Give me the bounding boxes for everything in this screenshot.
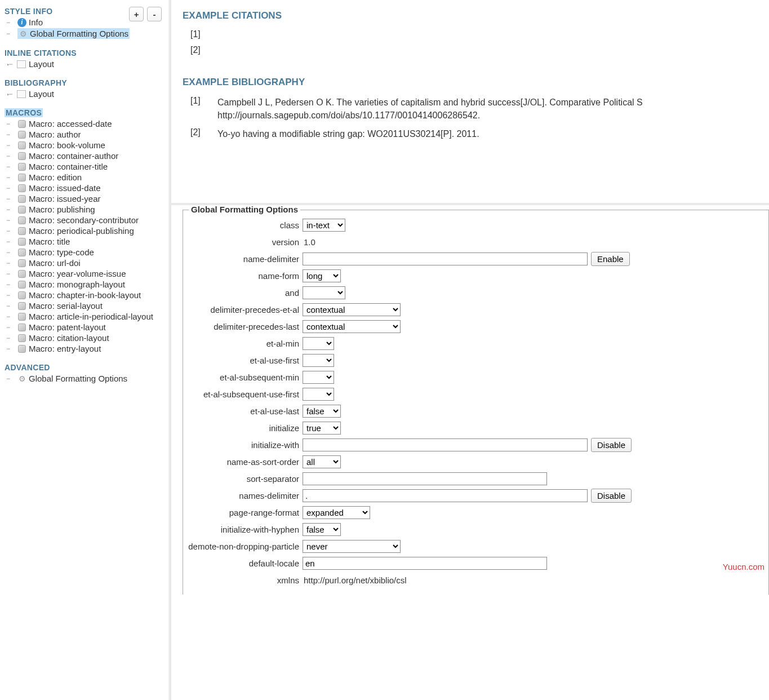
macro-icon — [17, 259, 26, 268]
sort-separator-input[interactable] — [303, 472, 547, 485]
names-delimiter-input[interactable] — [303, 489, 588, 502]
macro-icon — [17, 130, 26, 139]
enable-button[interactable]: Enable — [591, 252, 630, 266]
tree-item-info[interactable]: ⋯ iInfo — [2, 17, 128, 28]
tree-item-macro[interactable]: ⋯Macro: edition — [2, 172, 166, 183]
tree-label: Macro: url-doi — [29, 258, 81, 268]
delimiter-last-select[interactable]: contextual — [303, 320, 401, 333]
tree-item-macro[interactable]: ⋯Macro: type-code — [2, 247, 166, 258]
label-initialize-with-hyphen: initialize-with-hyphen — [188, 525, 303, 534]
tree-connector-icon: ⋯ — [7, 164, 16, 170]
tree-item-macro[interactable]: ⋯Macro: chapter-in-book-layout — [2, 290, 166, 300]
class-select[interactable]: in-text — [303, 219, 345, 232]
tree-label: Macro: entry-layout — [29, 344, 101, 353]
tree-expand-icon: ▸⋯ — [7, 91, 16, 97]
sidebar: + - STYLE INFO ⋯ iInfo ⋯ ⚙Global Formatt… — [0, 0, 169, 700]
collapse-button[interactable]: - — [147, 7, 162, 21]
etal-use-last-select[interactable]: false — [303, 405, 341, 418]
demote-select[interactable]: never — [303, 540, 401, 553]
label-delimiter-precedes-et-al: delimiter-precedes-et-al — [188, 305, 303, 314]
label-initialize-with: initialize-with — [188, 440, 303, 450]
tree-label: Macro: year-volume-issue — [29, 269, 126, 278]
tree-item-global-formatting[interactable]: ⋯ ⚙Global Formatting Options — [2, 28, 166, 39]
macro-icon — [17, 162, 26, 171]
delimiter-etal-select[interactable]: contextual — [303, 303, 401, 316]
inline-citations-header: INLINE CITATIONS — [5, 48, 166, 57]
advanced-section: ADVANCED ⋯ ⚙Global Formatting Options — [2, 363, 166, 384]
tree-item-macro[interactable]: ⋯Macro: author — [2, 129, 166, 140]
tree-item-inline-layout[interactable]: ▸⋯ Layout — [2, 59, 166, 69]
tree-item-macro[interactable]: ⋯Macro: serial-layout — [2, 300, 166, 311]
tree-item-biblio-layout[interactable]: ▸⋯ Layout — [2, 88, 166, 99]
inline-citations-section: INLINE CITATIONS ▸⋯ Layout — [2, 48, 166, 69]
tree-item-macro[interactable]: ⋯Macro: container-title — [2, 161, 166, 172]
etal-sub-use-first-select[interactable] — [303, 388, 334, 401]
tree-item-macro[interactable]: ⋯Macro: title — [2, 236, 166, 247]
expand-button[interactable]: + — [129, 7, 144, 21]
tree-expand-icon: ▸⋯ — [7, 61, 16, 67]
page-range-format-select[interactable]: expanded — [303, 506, 370, 519]
etal-sub-min-select[interactable] — [303, 371, 334, 384]
tree-label: Macro: container-author — [29, 151, 118, 161]
example-bibliography-header: EXAMPLE BIBLIOGRAPHY — [183, 77, 758, 88]
tree-item-macro[interactable]: ⋯Macro: entry-layout — [2, 343, 166, 354]
tree-item-macro[interactable]: ⋯Macro: year-volume-issue — [2, 268, 166, 279]
tree-connector-icon: ⋯ — [7, 207, 16, 212]
citation-number: [1] — [190, 29, 205, 39]
tree-item-macro[interactable]: ⋯Macro: issued-date — [2, 183, 166, 193]
label-xmlns: xmlns — [188, 575, 303, 585]
label-demote-non-dropping-particle: demote-non-dropping-particle — [188, 542, 303, 551]
name-delimiter-input[interactable] — [303, 252, 588, 265]
label-page-range-format: page-range-format — [188, 508, 303, 517]
tree-connector-icon: ⋯ — [7, 175, 16, 180]
macro-icon — [17, 119, 26, 129]
tree-item-macro[interactable]: ⋯Macro: secondary-contributor — [2, 215, 166, 225]
tree-label: Macro: edition — [29, 172, 82, 182]
style-info-section: + - STYLE INFO ⋯ iInfo ⋯ ⚙Global Formatt… — [2, 7, 166, 39]
tree-item-macro[interactable]: ⋯Macro: publishing — [2, 204, 166, 215]
tree-item-macro[interactable]: ⋯Macro: accessed-date — [2, 118, 166, 129]
tree-connector-icon: ⋯ — [7, 346, 16, 352]
biblio-text: Yo-yo having a modifiable string gap: WO… — [217, 127, 758, 140]
etal-min-select[interactable] — [303, 337, 334, 350]
tree-item-macro[interactable]: ⋯Macro: book-volume — [2, 140, 166, 150]
citation-number: [2] — [190, 45, 205, 55]
name-as-sort-order-select[interactable]: all — [303, 455, 341, 468]
tree-connector-icon: ⋯ — [7, 132, 16, 138]
tree-connector-icon: ⋯ — [7, 153, 16, 159]
and-select[interactable] — [303, 286, 345, 299]
tree-label: Macro: secondary-contributor — [29, 215, 139, 225]
version-value: 1.0 — [303, 237, 315, 247]
tree-item-macro[interactable]: ⋯Macro: patent-layout — [2, 322, 166, 333]
tree-label: Macro: container-title — [29, 162, 108, 171]
advanced-header: ADVANCED — [5, 363, 166, 372]
tree-label: Macro: citation-layout — [29, 333, 109, 343]
name-form-select[interactable]: long — [303, 269, 341, 282]
tree-connector-icon: ⋯ — [7, 271, 16, 277]
tree-item-macro[interactable]: ⋯Macro: url-doi — [2, 258, 166, 268]
label-et-al-use-first: et-al-use-first — [188, 356, 303, 365]
default-locale-input[interactable] — [303, 557, 547, 570]
tree-item-macro[interactable]: ⋯Macro: citation-layout — [2, 333, 166, 343]
initialize-with-input[interactable] — [303, 438, 588, 451]
tree-connector-icon: ⋯ — [7, 239, 16, 245]
tree-connector-icon: ⋯ — [7, 376, 16, 382]
gear-icon: ⚙ — [19, 29, 28, 38]
tree-item-macro[interactable]: ⋯Macro: issued-year — [2, 193, 166, 204]
macro-icon — [17, 216, 26, 225]
tree-item-macro[interactable]: ⋯Macro: article-in-periodical-layout — [2, 311, 166, 322]
citation-row: [2] — [183, 45, 758, 55]
initialize-select[interactable]: true — [303, 422, 341, 435]
tree-item-macro[interactable]: ⋯Macro: periodical-publishing — [2, 225, 166, 236]
xmlns-value: http://purl.org/net/xbiblio/csl — [303, 575, 407, 585]
tree-item-advanced-global[interactable]: ⋯ ⚙Global Formatting Options — [2, 373, 166, 384]
disable-button[interactable]: Disable — [591, 489, 632, 503]
initialize-with-hyphen-select[interactable]: false — [303, 523, 341, 536]
macro-icon — [17, 194, 26, 203]
etal-use-first-select[interactable] — [303, 354, 334, 367]
tree-item-macro[interactable]: ⋯Macro: monograph-layout — [2, 279, 166, 290]
tree-item-macro[interactable]: ⋯Macro: container-author — [2, 150, 166, 161]
label-class: class — [188, 220, 303, 230]
macro-icon — [17, 291, 26, 300]
disable-button[interactable]: Disable — [591, 438, 632, 452]
